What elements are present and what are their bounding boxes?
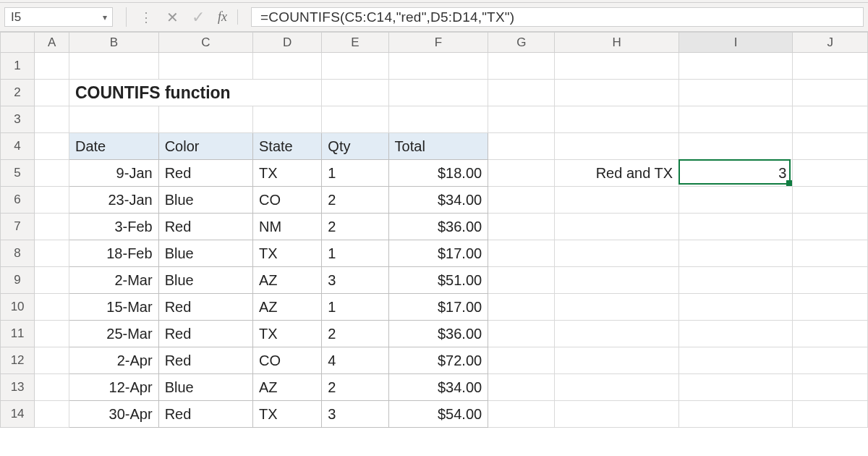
- cell-title[interactable]: COUNTIFS function: [69, 80, 321, 106]
- formula-text: =COUNTIFS(C5:C14,"red",D5:D14,"TX"): [260, 9, 514, 25]
- col-header-i[interactable]: I: [679, 33, 793, 53]
- table-row[interactable]: 15-Mar: [69, 294, 158, 321]
- table-row[interactable]: Blue: [158, 374, 252, 401]
- table-row[interactable]: 2: [322, 374, 388, 401]
- select-all-corner[interactable]: [1, 33, 35, 53]
- table-row[interactable]: TX: [252, 160, 321, 187]
- row-header-13[interactable]: 13: [1, 374, 35, 401]
- hdr-qty[interactable]: Qty: [322, 133, 388, 160]
- table-row[interactable]: TX: [252, 321, 321, 347]
- table-row[interactable]: 2: [322, 321, 388, 347]
- table-row[interactable]: $36.00: [388, 214, 488, 240]
- table-row[interactable]: CO: [252, 187, 321, 214]
- cancel-icon[interactable]: ✕: [166, 9, 179, 26]
- col-header-j[interactable]: J: [793, 33, 868, 53]
- table-row[interactable]: 30-Apr: [69, 401, 158, 428]
- table-row[interactable]: 4: [322, 347, 388, 374]
- table-row[interactable]: Red: [158, 214, 252, 240]
- table-row[interactable]: $18.00: [388, 160, 488, 187]
- enter-icon[interactable]: ✓: [192, 8, 205, 27]
- row-header-11[interactable]: 11: [1, 321, 35, 347]
- row-header-6[interactable]: 6: [1, 187, 35, 214]
- table-row[interactable]: CO: [252, 347, 321, 374]
- col-header-f[interactable]: F: [388, 33, 488, 53]
- col-header-e[interactable]: E: [322, 33, 388, 53]
- worksheet[interactable]: A B C D E F G H I J 1 2 COUNTIFS functio…: [0, 32, 868, 456]
- table-row[interactable]: 25-Mar: [69, 321, 158, 347]
- name-box-value: I5: [5, 10, 98, 25]
- row-header-5[interactable]: 5: [1, 160, 35, 187]
- table-row[interactable]: 1: [322, 160, 388, 187]
- table-row[interactable]: 3: [322, 401, 388, 428]
- row-header-9[interactable]: 9: [1, 267, 35, 294]
- table-row[interactable]: $34.00: [388, 374, 488, 401]
- table-row[interactable]: TX: [252, 240, 321, 267]
- row-header-1[interactable]: 1: [1, 53, 35, 80]
- table-row[interactable]: 2-Apr: [69, 347, 158, 374]
- table-row[interactable]: 3: [322, 267, 388, 294]
- col-header-c[interactable]: C: [158, 33, 252, 53]
- table-row[interactable]: Red: [158, 347, 252, 374]
- table-row[interactable]: 3-Feb: [69, 214, 158, 240]
- table-row[interactable]: NM: [252, 214, 321, 240]
- table-row[interactable]: Red: [158, 321, 252, 347]
- row-header-14[interactable]: 14: [1, 401, 35, 428]
- table-row[interactable]: AZ: [252, 267, 321, 294]
- table-row[interactable]: Blue: [158, 240, 252, 267]
- table-row[interactable]: $72.00: [388, 347, 488, 374]
- table-row[interactable]: $51.00: [388, 267, 488, 294]
- formula-input[interactable]: =COUNTIFS(C5:C14,"red",D5:D14,"TX"): [251, 7, 864, 27]
- table-row[interactable]: 2: [322, 214, 388, 240]
- row-header-12[interactable]: 12: [1, 347, 35, 374]
- dots-icon: ⋮: [140, 9, 153, 25]
- formula-bar: I5 ▾ ⋮ ✕ ✓ fx =COUNTIFS(C5:C14,"red",D5:…: [0, 3, 868, 32]
- table-row[interactable]: AZ: [252, 294, 321, 321]
- table-row[interactable]: 18-Feb: [69, 240, 158, 267]
- table-row[interactable]: $54.00: [388, 401, 488, 428]
- hdr-date[interactable]: Date: [69, 133, 158, 160]
- row-header-10[interactable]: 10: [1, 294, 35, 321]
- table-row[interactable]: 9-Jan: [69, 160, 158, 187]
- table-row[interactable]: Blue: [158, 187, 252, 214]
- table-row[interactable]: 1: [322, 240, 388, 267]
- row-header-8[interactable]: 8: [1, 240, 35, 267]
- row-header-3[interactable]: 3: [1, 106, 35, 133]
- name-box-dropdown-icon[interactable]: ▾: [98, 12, 112, 22]
- hdr-total[interactable]: Total: [388, 133, 488, 160]
- table-row[interactable]: $17.00: [388, 294, 488, 321]
- col-header-d[interactable]: D: [252, 33, 321, 53]
- table-row[interactable]: TX: [252, 401, 321, 428]
- table-row[interactable]: 2: [322, 187, 388, 214]
- table-row[interactable]: 2-Mar: [69, 267, 158, 294]
- row-header-4[interactable]: 4: [1, 133, 35, 160]
- col-header-h[interactable]: H: [555, 33, 679, 53]
- table-row[interactable]: $34.00: [388, 187, 488, 214]
- cell-summary-value[interactable]: 3: [679, 160, 793, 187]
- table-row[interactable]: 12-Apr: [69, 374, 158, 401]
- table-row[interactable]: 23-Jan: [69, 187, 158, 214]
- table-row[interactable]: $36.00: [388, 321, 488, 347]
- title-text: COUNTIFS function: [69, 80, 321, 106]
- table-row[interactable]: Blue: [158, 267, 252, 294]
- hdr-state[interactable]: State: [252, 133, 321, 160]
- cell-summary-label[interactable]: Red and TX: [555, 160, 679, 187]
- name-box[interactable]: I5 ▾: [4, 7, 113, 27]
- table-row[interactable]: 1: [322, 294, 388, 321]
- col-header-b[interactable]: B: [69, 33, 158, 53]
- table-row[interactable]: Red: [158, 294, 252, 321]
- row-header-2[interactable]: 2: [1, 80, 35, 106]
- fx-icon[interactable]: fx: [218, 9, 238, 25]
- table-row[interactable]: AZ: [252, 374, 321, 401]
- row-header-7[interactable]: 7: [1, 214, 35, 240]
- hdr-color[interactable]: Color: [158, 133, 252, 160]
- col-header-a[interactable]: A: [35, 33, 69, 53]
- col-header-g[interactable]: G: [488, 33, 555, 53]
- table-row[interactable]: Red: [158, 160, 252, 187]
- table-row[interactable]: $17.00: [388, 240, 488, 267]
- table-row[interactable]: Red: [158, 401, 252, 428]
